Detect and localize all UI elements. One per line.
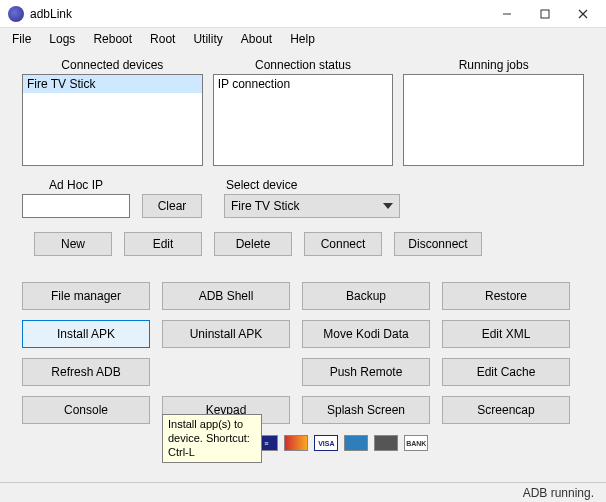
svg-rect-1 [541,10,549,18]
minimize-icon [502,9,512,19]
menu-help[interactable]: Help [282,30,323,48]
title-bar: adbLink [0,0,606,28]
select-device-value: Fire TV Stick [231,199,299,213]
push-remote-button[interactable]: Push Remote [302,358,430,386]
minimize-button[interactable] [488,1,526,27]
card-icon: ≡ [254,435,278,451]
edit-xml-button[interactable]: Edit XML [442,320,570,348]
connection-status-list[interactable]: IP connection [213,74,394,166]
edit-button[interactable]: Edit [124,232,202,256]
menu-root[interactable]: Root [142,30,183,48]
menu-utility[interactable]: Utility [185,30,230,48]
disconnect-button[interactable]: Disconnect [394,232,482,256]
list-item[interactable]: Fire TV Stick [23,75,202,93]
install-apk-button[interactable]: Install APK [22,320,150,348]
close-button[interactable] [564,1,602,27]
screencap-button[interactable]: Screencap [442,396,570,424]
restore-button[interactable]: Restore [442,282,570,310]
menu-reboot[interactable]: Reboot [85,30,140,48]
move-kodi-data-button[interactable]: Move Kodi Data [302,320,430,348]
select-device-label: Select device [226,178,400,192]
uninstall-apk-button[interactable]: Uninstall APK [162,320,290,348]
discover-icon [374,435,398,451]
console-button[interactable]: Console [22,396,150,424]
adhoc-ip-input[interactable] [22,194,130,218]
visa-icon: VISA [314,435,338,451]
donate-button[interactable]: Donate [178,432,249,454]
mastercard-icon [284,435,308,451]
menu-logs[interactable]: Logs [41,30,83,48]
maximize-button[interactable] [526,1,564,27]
running-jobs-label: Running jobs [403,58,584,72]
status-bar: ADB running. [0,482,606,502]
backup-button[interactable]: Backup [302,282,430,310]
clear-button[interactable]: Clear [142,194,202,218]
adhoc-ip-label: Ad Hoc IP [49,178,103,192]
refresh-adb-button[interactable]: Refresh ADB [22,358,150,386]
splash-screen-button[interactable]: Splash Screen [302,396,430,424]
action-grid: File manager ADB Shell Backup Restore In… [22,282,584,424]
amex-icon [344,435,368,451]
connect-button[interactable]: Connect [304,232,382,256]
select-device-dropdown[interactable]: Fire TV Stick [224,194,400,218]
edit-cache-button[interactable]: Edit Cache [442,358,570,386]
file-manager-button[interactable]: File manager [22,282,150,310]
window-title: adbLink [30,7,488,21]
connection-status-label: Connection status [213,58,394,72]
status-text: ADB running. [523,486,594,500]
close-icon [578,9,588,19]
keypad-button[interactable]: Keypad [162,396,290,424]
list-item[interactable]: IP connection [214,75,393,93]
app-icon [8,6,24,22]
adb-shell-button[interactable]: ADB Shell [162,282,290,310]
connected-devices-list[interactable]: Fire TV Stick [22,74,203,166]
running-jobs-list[interactable] [403,74,584,166]
menu-file[interactable]: File [4,30,39,48]
delete-button[interactable]: Delete [214,232,292,256]
menu-about[interactable]: About [233,30,280,48]
chevron-down-icon [383,203,393,209]
bank-icon: BANK [404,435,428,451]
maximize-icon [540,9,550,19]
connected-devices-label: Connected devices [22,58,203,72]
menu-bar: File Logs Reboot Root Utility About Help [0,28,606,50]
content-area: Connected devices Fire TV Stick Connecti… [0,50,606,482]
new-button[interactable]: New [34,232,112,256]
